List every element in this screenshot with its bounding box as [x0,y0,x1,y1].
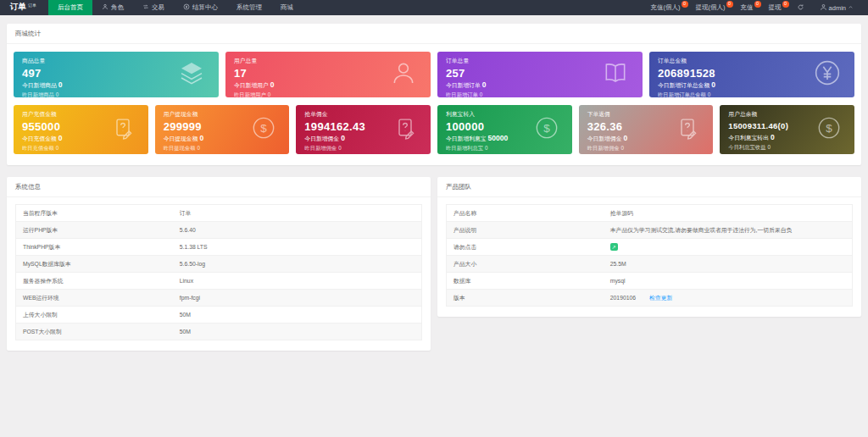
stat-sub-label: 今日新增订单总金额 [658,82,709,88]
nav-item-label: 充值(個人) [651,3,681,12]
row-label: 请勿点击 [453,243,610,252]
menu-item-roles[interactable]: 角色 [92,0,133,15]
stat-sub-label: 今日新增用户 [234,82,269,88]
row-label: 运行PHP版本 [23,226,180,235]
app-logo-text: 订单 [10,2,26,13]
stat-sub-value: 0 [338,145,342,151]
svg-text:$: $ [543,122,550,135]
row-label: 数据库 [453,277,610,285]
user-icon [390,59,417,90]
database-link[interactable]: mysql [610,278,626,284]
stats-row-1: 商品总量 497 今日新增商品0 昨日新增商品0 用户总量 17 今日新增用户0… [7,44,861,97]
stat-card-interest-in: 利息宝转入 100000 今日新增利息宝50000 昨日新增利息宝0 $ [437,105,572,154]
menu-item-label: 商城 [281,3,293,12]
notification-badge: 0 [726,1,733,8]
menu-item-home[interactable]: 后台首页 [48,0,92,15]
product-panel-title: 产品团队 [437,177,861,197]
stats-panel: 商城统计 商品总量 497 今日新增商品0 昨日新增商品0 用户总量 17 今日… [7,24,861,165]
stat-sub-value: 50000 [488,134,509,142]
stat-sub-label: 今日新增订单 [446,82,481,88]
user-menu[interactable]: admin [812,0,861,15]
stat-sub-value: 0 [708,91,711,97]
stat-card-order-amount: 订单总金额 206891528 今日新增订单总金额0 昨日新增订单总金额0 [649,52,854,97]
dollar-circle-icon: $ [817,116,841,143]
table-row: 当前程序版本订单 [16,205,421,222]
menu-item-mall[interactable]: 商城 [271,0,303,15]
row-value: 50M [180,329,191,335]
row-value: 5.6.40 [180,227,196,233]
dollar-circle-icon: $ [252,116,275,143]
app-logo[interactable]: 订单 订单 [0,0,48,15]
doc-question-icon [111,116,135,143]
stat-card-withdraw-amount: 用户提现金额 299999 今日提现金额0 昨日提现金额0 $ [155,105,290,154]
nav-recharge-personal[interactable]: 充值(個人) 0 [643,0,688,15]
external-link-icon[interactable]: ↗ [610,243,618,251]
row-label: 版本 [453,294,610,302]
nav-recharge[interactable]: 充值 0 [733,0,761,15]
table-row: 产品说明本产品仅为学习测试交流,请勿要做商业或者用于违法行为,一切后果自负 [447,222,852,239]
main-menu: 后台首页 角色 交易 结算中心 系统管理 商城 [48,0,303,15]
stat-card-recharge-amount: 用户充值金额 955000 今日充值金额0 昨日充值金额0 [14,105,148,154]
menu-item-trade[interactable]: 交易 [133,0,174,15]
yen-icon [183,3,190,12]
stat-sub-value: 0 [197,145,200,151]
stats-row-2: 用户充值金额 955000 今日充值金额0 昨日充值金额0 用户提现金额 299… [7,97,861,154]
stat-sub-value: 0 [623,134,627,142]
check-update-link[interactable]: 检查更新 [649,294,672,302]
table-row: 服务器操作系统Linux [16,273,421,290]
row-value: Linux [180,278,193,284]
dollar-circle-icon: $ [535,116,559,143]
svg-text:$: $ [826,122,832,135]
menu-item-system[interactable]: 系统管理 [227,0,271,15]
nav-withdraw[interactable]: 提现 0 [761,0,789,15]
nav-item-label: 提现(個人) [696,3,726,12]
row-label: ThinkPHP版本 [23,243,180,252]
stat-card-grab-commission: 抢单佣金 1994162.43 今日新增佣金0 昨日新增佣金0 [296,105,431,154]
layers-icon [178,59,205,90]
table-row: 产品名称抢单源码 [447,205,852,222]
nav-withdraw-personal[interactable]: 提现(個人) 0 [688,0,733,15]
table-row: 运行PHP版本5.6.40 [16,222,421,239]
menu-item-label: 结算中心 [192,3,218,12]
bottom-section: 系统信息 当前程序版本订单 运行PHP版本5.6.40 ThinkPHP版本5.… [7,177,861,351]
system-info-panel: 系统信息 当前程序版本订单 运行PHP版本5.6.40 ThinkPHP版本5.… [7,177,431,351]
table-row: 上传大小限制50M [16,307,421,324]
stat-sub-value: 0 [771,133,775,141]
notification-badge: 0 [754,1,761,8]
system-info-table: 当前程序版本订单 运行PHP版本5.6.40 ThinkPHP版本5.1.38 … [15,204,422,340]
row-label: 产品名称 [453,209,610,218]
product-size-link[interactable]: 25.5M [610,261,626,267]
menu-item-settlement[interactable]: 结算中心 [174,0,227,15]
menu-item-label: 角色 [111,3,124,12]
table-row: POST大小限制50M [16,324,421,340]
row-value: 50M [180,312,191,318]
user-icon [820,3,827,13]
row-value: 订单 [180,209,192,218]
row-value: 抢单源码 [610,209,633,218]
table-row: ThinkPHP版本5.1.38 LTS [16,239,421,256]
stat-card-products: 商品总量 497 今日新增商品0 昨日新增商品0 [14,52,219,97]
menu-item-label: 系统管理 [236,3,262,12]
stat-card-order-rebate: 下单返佣 326.36 今日新增佣金0 昨日新增佣金0 [579,105,714,154]
stat-sub-label: 昨日提现金额 [164,145,196,151]
stat-sub-label: 昨日新增利息宝 [446,145,483,151]
row-label: 产品大小 [453,260,610,268]
version-value: 20190106 [610,295,636,301]
refresh-icon [797,3,804,13]
table-row: WEB运行环境fpm-fcgi [16,290,421,307]
stat-sub-label: 今日新增商品 [22,82,57,88]
top-navbar: 订单 订单 后台首页 角色 交易 结算中心 系统管理 商城 充值(個人) 0 [0,0,868,15]
stat-sub-value: 0 [711,80,715,89]
stat-sub-label: 今日利息宝收益 [728,144,765,150]
product-panel: 产品团队 产品名称抢单源码 产品说明本产品仅为学习测试交流,请勿要做商业或者用于… [437,177,861,317]
stat-card-orders: 订单总量 257 今日新增订单0 昨日新增订单0 [437,52,643,97]
exchange-icon [142,3,149,12]
svg-text:$: $ [261,122,268,135]
stat-sub-value: 0 [58,134,63,142]
stat-sub-value: 0 [56,91,59,97]
refresh-button[interactable] [789,0,812,15]
stat-sub-value: 0 [767,144,771,150]
stat-sub-label: 昨日新增订单 [446,91,478,97]
stat-sub-label: 昨日充值金额 [22,145,54,151]
stat-sub-value: 0 [199,134,203,142]
